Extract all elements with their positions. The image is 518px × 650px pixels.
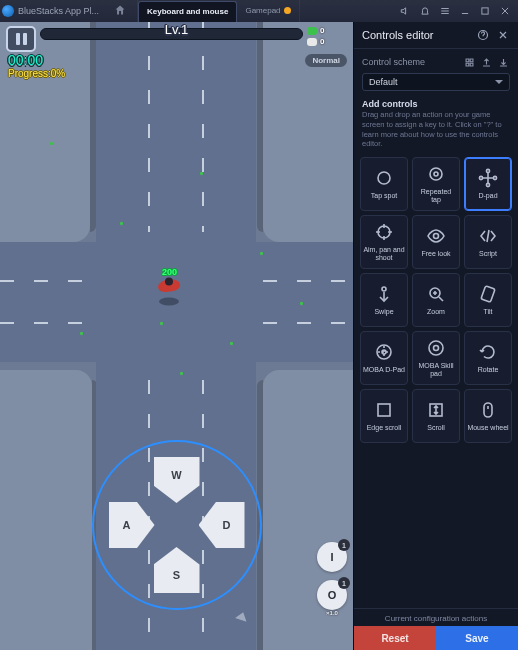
- stat-kills: 0: [307, 37, 347, 46]
- help-icon[interactable]: [476, 28, 490, 42]
- svg-point-7: [479, 176, 482, 179]
- svg-point-8: [493, 176, 496, 179]
- notification-icon[interactable]: [418, 4, 432, 18]
- player-character: 200: [159, 266, 179, 305]
- coin-icon: [284, 7, 291, 14]
- close-panel-icon[interactable]: [496, 28, 510, 42]
- control-edge-scroll[interactable]: Edge scroll: [360, 389, 408, 443]
- maximize-icon[interactable]: [478, 4, 492, 18]
- app-name: BlueStacks App Pl...: [18, 6, 99, 16]
- level-label: Lv.1: [165, 22, 189, 37]
- menu-icon[interactable]: [438, 4, 452, 18]
- panel-title: Controls editor: [362, 29, 476, 41]
- app-logo: [2, 5, 14, 17]
- volume-icon[interactable]: [398, 4, 412, 18]
- svg-point-17: [434, 345, 439, 350]
- scheme-select[interactable]: Default: [362, 73, 510, 91]
- control-aim-pan-shoot[interactable]: Aim, pan and shoot: [360, 215, 408, 269]
- minimize-icon[interactable]: [458, 4, 472, 18]
- tab-home[interactable]: [107, 0, 138, 22]
- difficulty-badge: Normal: [305, 54, 347, 67]
- svg-point-4: [434, 172, 438, 176]
- pause-button[interactable]: [6, 26, 36, 52]
- control-moba-d-pad[interactable]: MOBA D-Pad: [360, 331, 408, 385]
- control-moba-skill-pad[interactable]: MOBA Skill pad: [412, 331, 460, 385]
- svg-point-3: [430, 168, 442, 180]
- reset-button[interactable]: Reset: [354, 626, 436, 650]
- control-repeated-tap[interactable]: Repeated tap: [412, 157, 460, 211]
- game-viewport[interactable]: 0 0 Lv.1 00:00 Progress:0% Normal 200 W …: [0, 22, 353, 650]
- controls-grid: Tap spotRepeated tapD-padAim, pan and sh…: [354, 151, 518, 449]
- control-script[interactable]: Script: [464, 215, 512, 269]
- control-d-pad[interactable]: D-pad: [464, 157, 512, 211]
- controls-editor-panel: Controls editor Control scheme Default: [353, 22, 518, 650]
- control-free-look[interactable]: Free look: [412, 215, 460, 269]
- control-mouse-wheel[interactable]: Mouse wheel: [464, 389, 512, 443]
- svg-rect-0: [482, 8, 488, 14]
- control-swipe[interactable]: Swipe: [360, 273, 408, 327]
- control-tilt[interactable]: Tilt: [464, 273, 512, 327]
- tab-keyboard-mouse[interactable]: Keyboard and mouse: [138, 1, 237, 23]
- control-scroll[interactable]: Scroll: [412, 389, 460, 443]
- svg-point-2: [378, 172, 390, 184]
- scheme-import-icon[interactable]: [496, 55, 510, 69]
- hud-timer: 00:00 Progress:0%: [8, 52, 65, 79]
- tab-gamepad[interactable]: Gamepad: [237, 0, 299, 22]
- scheme-label: Control scheme: [362, 57, 459, 67]
- svg-point-5: [486, 169, 489, 172]
- dpad-overlay[interactable]: W S A D: [92, 440, 262, 610]
- svg-point-16: [429, 341, 443, 355]
- svg-point-6: [486, 183, 489, 186]
- add-controls-subtext: Drag and drop an action on your game scr…: [362, 110, 510, 149]
- stat-gems: 0: [307, 26, 347, 35]
- chevron-down-icon: [495, 80, 503, 84]
- save-button[interactable]: Save: [436, 626, 518, 650]
- control-tap-spot[interactable]: Tap spot: [360, 157, 408, 211]
- scheme-export-icon[interactable]: [479, 55, 493, 69]
- scheme-visibility-icon[interactable]: [462, 55, 476, 69]
- add-controls-heading: Add controls: [362, 99, 510, 109]
- svg-rect-18: [378, 404, 390, 416]
- action-key-i[interactable]: I1: [317, 542, 347, 572]
- titlebar: BlueStacks App Pl... Keyboard and mouse …: [0, 0, 518, 22]
- svg-point-10: [434, 233, 439, 238]
- svg-rect-20: [484, 403, 492, 417]
- action-key-o[interactable]: O1×1.0: [317, 580, 347, 610]
- close-icon[interactable]: [498, 4, 512, 18]
- control-zoom[interactable]: Zoom: [412, 273, 460, 327]
- svg-point-11: [382, 287, 386, 291]
- control-rotate[interactable]: Rotate: [464, 331, 512, 385]
- config-actions-label: Current configuration actions: [354, 608, 518, 626]
- svg-rect-13: [481, 286, 495, 303]
